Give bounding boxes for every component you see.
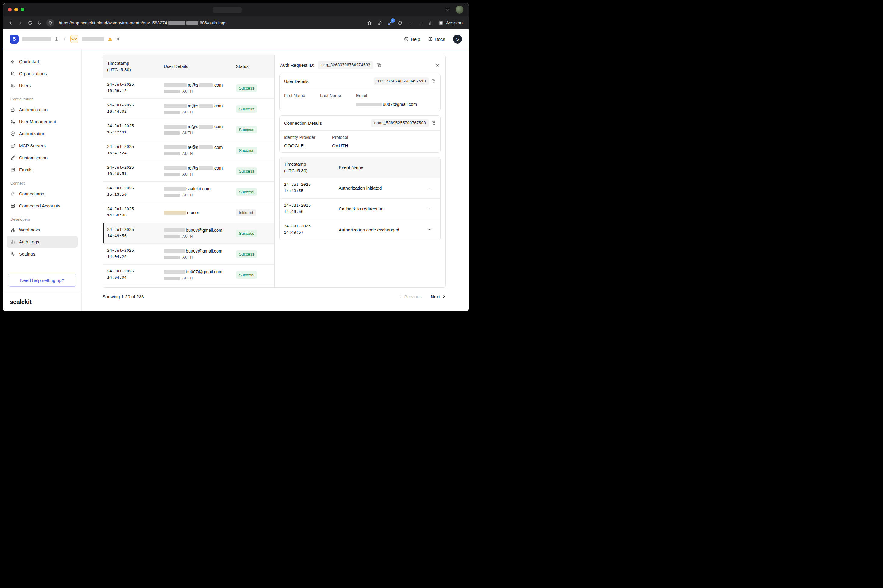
window-titlebar bbox=[3, 3, 469, 16]
help-link[interactable]: Help bbox=[404, 37, 420, 42]
status-badge: Success bbox=[236, 271, 257, 279]
mic-icon[interactable] bbox=[37, 21, 42, 25]
help-icon bbox=[404, 37, 409, 42]
wand-icon bbox=[10, 155, 15, 160]
log-row[interactable]: 24-Jul-202514:04:04bu007@gmail.comAUTHSu… bbox=[103, 264, 274, 285]
event-name: Authorization initiated bbox=[339, 186, 427, 190]
sidebar-item-users[interactable]: Users bbox=[7, 80, 78, 92]
log-row[interactable]: 24-Jul-202514:04:26bu007@gmail.comAUTHSu… bbox=[103, 244, 274, 264]
sidebar-section-title: Configuration bbox=[10, 97, 74, 101]
events-body: 24-Jul-202514:49:55Authorization initiat… bbox=[280, 178, 440, 240]
bookmark-star-icon[interactable] bbox=[367, 21, 372, 26]
event-row: 24-Jul-202514:49:57Authorization code ex… bbox=[280, 219, 440, 240]
event-name: Authorization code exchanged bbox=[339, 227, 427, 232]
status-badge: Success bbox=[236, 168, 257, 175]
log-timestamp: 24-Jul-202514:04:26 bbox=[107, 248, 164, 260]
sidebar-section-title: Developers bbox=[10, 217, 74, 222]
desktop: https://app.scalekit.cloud/ws/environmen… bbox=[0, 0, 472, 314]
workspace-logo[interactable]: S bbox=[10, 34, 19, 44]
pagination-summary: Showing 1-20 of 233 bbox=[102, 294, 144, 299]
tab-overview-chevron-icon[interactable] bbox=[445, 8, 450, 12]
event-row: 24-Jul-202514:49:55Authorization initiat… bbox=[280, 178, 440, 199]
equalizer-icon[interactable] bbox=[428, 21, 433, 26]
sidebar-item-mcp-servers[interactable]: MCP Servers bbox=[7, 140, 78, 152]
sidebar-item-settings[interactable]: Settings bbox=[7, 248, 78, 260]
redacted-text bbox=[164, 166, 187, 170]
sidebar-item-quickstart[interactable]: Quickstart bbox=[7, 56, 78, 68]
log-row[interactable]: 24-Jul-202516:44:02re@s.comAUTHSuccess bbox=[103, 99, 274, 119]
sidebar-item-organizations[interactable]: Organizations bbox=[7, 68, 78, 80]
extensions-icon[interactable] bbox=[398, 21, 403, 26]
log-auth-type: AUTH bbox=[182, 276, 193, 280]
user-avatar[interactable]: S bbox=[453, 34, 462, 44]
sidebar-item-authentication[interactable]: Authentication bbox=[7, 104, 78, 116]
log-row[interactable]: 24-Jul-202516:41:24re@s.comAUTHSuccess bbox=[103, 140, 274, 161]
site-info-button[interactable] bbox=[46, 19, 54, 27]
log-user-details: bu007@gmail.comAUTH bbox=[164, 228, 236, 238]
log-user-details: scalekit.comAUTH bbox=[164, 186, 236, 197]
copy-link-icon[interactable] bbox=[377, 21, 382, 26]
sidebar-item-label: Webhooks bbox=[19, 227, 40, 232]
forward-icon[interactable] bbox=[18, 20, 23, 26]
building-icon bbox=[10, 71, 15, 76]
filter-lines-icon[interactable] bbox=[408, 21, 413, 26]
log-row[interactable]: 24-Jul-202514:50:06n userInitiated bbox=[103, 202, 274, 223]
redacted-text bbox=[168, 21, 185, 25]
status-badge: Success bbox=[236, 105, 257, 113]
log-timestamp: 24-Jul-202516:59:12 bbox=[107, 82, 164, 94]
log-row[interactable]: 24-Jul-202516:59:12re@s.comAUTHSuccess bbox=[103, 78, 274, 99]
log-user-text: .com bbox=[213, 124, 222, 129]
auth-request-id-value[interactable]: req_82680796766274593 bbox=[318, 61, 373, 69]
browser-profile-avatar[interactable] bbox=[456, 6, 464, 14]
log-user-text: n user bbox=[187, 210, 199, 215]
previous-page-button[interactable]: Previous bbox=[398, 294, 422, 299]
connection-id-value[interactable]: conn_58895255700767503 bbox=[371, 119, 429, 127]
address-bar[interactable]: https://app.scalekit.cloud/ws/environmen… bbox=[59, 21, 227, 25]
redacted-text bbox=[199, 104, 213, 108]
copy-icon[interactable] bbox=[377, 63, 381, 68]
sidebar-item-auth-logs[interactable]: Auth Logs bbox=[7, 236, 78, 248]
sidebar-item-authorization[interactable]: Authorization bbox=[7, 128, 78, 140]
sidebar-item-connections[interactable]: Connections bbox=[7, 188, 78, 200]
sidebar-item-label: Emails bbox=[19, 167, 33, 172]
docs-link[interactable]: Docs bbox=[428, 37, 445, 42]
zoom-window-button[interactable] bbox=[21, 8, 24, 11]
log-user-text: bu007@gmail.com bbox=[186, 249, 222, 254]
log-row[interactable]: 24-Jul-202516:40:51re@s.comAUTHSuccess bbox=[103, 161, 274, 182]
passwords-button[interactable]: 1 bbox=[387, 21, 392, 26]
sidebar-nav: QuickstartOrganizationsUsersConfiguratio… bbox=[7, 56, 78, 260]
log-user-text: re@s bbox=[188, 166, 198, 171]
menu-icon[interactable] bbox=[418, 21, 423, 26]
sidebar-item-label: Connected Accounts bbox=[19, 203, 60, 208]
minimize-window-button[interactable] bbox=[14, 8, 18, 11]
close-icon[interactable] bbox=[435, 63, 440, 68]
sidebar-item-connected-accounts[interactable]: Connected Accounts bbox=[7, 200, 78, 212]
event-menu-button[interactable] bbox=[427, 227, 432, 232]
sidebar-item-label: Customization bbox=[19, 155, 48, 160]
redacted-text bbox=[164, 152, 180, 155]
environment-switcher-icon[interactable] bbox=[116, 37, 120, 41]
copy-icon[interactable] bbox=[432, 121, 436, 125]
sidebar-item-customization[interactable]: Customization bbox=[7, 152, 78, 164]
log-timestamp: 24-Jul-202516:40:51 bbox=[107, 165, 164, 177]
redacted-text bbox=[164, 256, 180, 259]
log-row[interactable]: 24-Jul-202514:49:56bu007@gmail.comAUTHSu… bbox=[103, 223, 274, 244]
close-window-button[interactable] bbox=[8, 8, 12, 11]
event-menu-button[interactable] bbox=[427, 207, 432, 212]
need-help-button[interactable]: Need help setting up? bbox=[8, 273, 77, 287]
assistant-button[interactable]: Assistant bbox=[438, 21, 464, 26]
gear-icon[interactable] bbox=[54, 37, 59, 42]
back-icon[interactable] bbox=[8, 20, 13, 26]
reload-icon[interactable] bbox=[28, 21, 33, 25]
sidebar-item-webhooks[interactable]: Webhooks bbox=[7, 224, 78, 236]
log-row[interactable]: 24-Jul-202516:42:41re@s.comAUTHSuccess bbox=[103, 119, 274, 140]
sidebar-item-label: Users bbox=[19, 83, 31, 88]
sidebar-item-user-management[interactable]: User Management bbox=[7, 116, 78, 128]
user-id-value[interactable]: usr_77567465663497510 bbox=[374, 77, 429, 86]
log-row[interactable]: 24-Jul-202515:13:50scalekit.comAUTHSucce… bbox=[103, 182, 274, 202]
event-menu-button[interactable] bbox=[427, 186, 432, 190]
next-page-button[interactable]: Next bbox=[431, 294, 446, 299]
log-user-text: .com bbox=[213, 104, 222, 108]
copy-icon[interactable] bbox=[432, 79, 436, 84]
sidebar-item-emails[interactable]: Emails bbox=[7, 164, 78, 176]
